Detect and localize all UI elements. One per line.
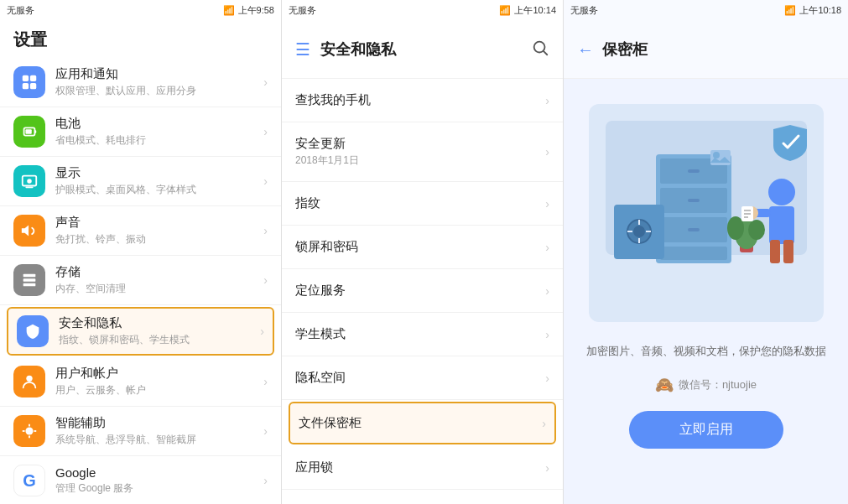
sec-item-find-phone[interactable]: 查找我的手机 › [282, 79, 563, 122]
security-sub: 指纹、锁屏和密码、学生模式 [59, 333, 260, 347]
sec-item-phone-shield[interactable]: 手机盾 › [282, 490, 563, 504]
svg-rect-6 [25, 129, 31, 134]
svg-point-13 [26, 376, 32, 382]
security-title: 安全和隐私 [59, 315, 260, 331]
google-icon: G [13, 465, 45, 496]
security-update-text: 安全更新 2018年1月1日 [295, 136, 545, 168]
settings-item-battery[interactable]: 电池 省电模式、耗电排行 › [0, 107, 281, 157]
svg-rect-10 [23, 274, 36, 278]
google-title: Google [55, 465, 263, 480]
svg-rect-5 [34, 130, 36, 133]
private-space-text: 隐私空间 [295, 370, 545, 386]
svg-rect-28 [688, 199, 700, 202]
back-icon[interactable]: ← [577, 40, 594, 60]
private-space-title: 隐私空间 [295, 370, 545, 386]
file-vault-text: 文件保密柜 [299, 415, 542, 431]
settings-item-storage[interactable]: 存储 内存、空间清理 › [0, 256, 281, 305]
sec-item-file-vault[interactable]: 文件保密柜 › [289, 402, 556, 444]
assist-title: 智能辅助 [55, 415, 263, 431]
settings-title-bar: 设置 [0, 21, 281, 58]
chevron-icon: › [263, 174, 268, 188]
svg-point-41 [727, 216, 744, 240]
student-mode-title: 学生模式 [295, 326, 545, 342]
sec-item-fingerprint[interactable]: 指纹 › [282, 182, 563, 226]
app-notify-sub: 权限管理、默认应用、应用分身 [55, 84, 263, 98]
svg-point-42 [748, 220, 765, 240]
status-bar-3: 无服务 📶 上午10:18 [564, 0, 848, 21]
settings-item-security[interactable]: 安全和隐私 指纹、锁屏和密码、学生模式 › [7, 307, 274, 356]
display-title: 显示 [55, 165, 263, 181]
vault-header: ← 保密柜 [564, 21, 848, 79]
app-notify-title: 应用和通知 [55, 66, 263, 82]
google-g-letter: G [23, 471, 36, 491]
find-phone-title: 查找我的手机 [295, 92, 545, 108]
svg-rect-11 [23, 278, 36, 282]
settings-item-app-notify[interactable]: 应用和通知 权限管理、默认应用、应用分身 › [0, 58, 281, 107]
sound-title: 声音 [55, 215, 263, 231]
chevron-icon: › [263, 474, 268, 487]
sec-item-private-space[interactable]: 隐私空间 › [282, 356, 563, 400]
time-1: 上午9:58 [238, 4, 274, 17]
storage-icon [13, 264, 45, 296]
settings-item-assist[interactable]: 智能辅助 系统导航、悬浮导航、智能截屏 › [0, 407, 281, 456]
security-update-title: 安全更新 [295, 136, 545, 152]
panel-vault: 无服务 📶 上午10:18 ← 保密柜 [564, 0, 848, 504]
location-title: 定位服务 [295, 283, 545, 299]
search-icon[interactable] [531, 39, 549, 61]
chevron-icon: › [263, 125, 268, 138]
watermark: 🙈 微信号：njtuojie [655, 376, 757, 394]
carrier-2: 无服务 [289, 4, 316, 17]
storage-sub: 内存、空间清理 [55, 282, 263, 296]
assist-icon [13, 415, 45, 447]
security-list: 查找我的手机 › 安全更新 2018年1月1日 › 指纹 › 锁屏和密码 › [282, 79, 563, 504]
svg-rect-46 [783, 240, 793, 263]
lock-screen-text: 锁屏和密码 [295, 239, 545, 255]
chevron-icon: › [545, 94, 549, 107]
settings-item-display[interactable]: 显示 护眼模式、桌面风格、字体样式 › [0, 157, 281, 206]
status-bar-2: 无服务 📶 上午10:14 [282, 0, 563, 21]
display-sub: 护眼模式、桌面风格、字体样式 [55, 183, 263, 197]
chevron-icon: › [263, 224, 268, 237]
sec-item-student-mode[interactable]: 学生模式 › [282, 313, 563, 356]
svg-point-54 [713, 152, 720, 158]
hamburger-icon[interactable]: ☰ [295, 39, 310, 60]
svg-rect-26 [688, 169, 700, 173]
google-sub: 管理 Google 服务 [55, 481, 263, 496]
settings-item-sound[interactable]: 声音 免打扰、铃声、振动 › [0, 206, 281, 256]
app-notify-text: 应用和通知 权限管理、默认应用、应用分身 [55, 66, 263, 98]
sec-item-security-update[interactable]: 安全更新 2018年1月1日 › [282, 122, 563, 182]
settings-item-google[interactable]: G Google 管理 Google 服务 › [0, 456, 281, 504]
status-icons-1: 📶 上午9:58 [223, 4, 274, 17]
user-sub: 用户、云服务、帐户 [55, 383, 263, 397]
fingerprint-title: 指纹 [295, 195, 545, 211]
chevron-icon: › [263, 424, 268, 438]
sound-icon [13, 215, 45, 247]
file-vault-title: 文件保密柜 [299, 415, 542, 431]
wechat-icon: 🙈 [655, 376, 674, 394]
assist-sub: 系统导航、悬浮导航、智能截屏 [55, 433, 263, 447]
user-icon [13, 366, 45, 397]
svg-point-9 [27, 179, 32, 184]
lock-screen-title: 锁屏和密码 [295, 239, 545, 255]
sec-item-location[interactable]: 定位服务 › [282, 269, 563, 313]
sec-item-app-lock[interactable]: 应用锁 › [282, 446, 563, 490]
panel-settings: 无服务 📶 上午9:58 设置 应用和通知 权限管理、默认应用、应用分身 › [0, 0, 282, 504]
svg-rect-2 [23, 83, 29, 89]
status-icons-3: 📶 上午10:18 [784, 4, 841, 17]
settings-item-user[interactable]: 用户和帐户 用户、云服务、帐户 › [0, 357, 281, 407]
security-header: ☰ 安全和隐私 [282, 21, 563, 79]
time-3: 上午10:18 [799, 4, 841, 17]
vault-page-title: 保密柜 [602, 39, 648, 60]
svg-rect-53 [710, 150, 731, 165]
chevron-icon: › [260, 325, 264, 338]
chevron-icon: › [545, 145, 549, 158]
app-lock-title: 应用锁 [295, 460, 545, 475]
student-mode-text: 学生模式 [295, 326, 545, 342]
settings-page-title: 设置 [13, 29, 47, 51]
vault-description: 加密图片、音频、视频和文档，保护您的隐私数据 [586, 344, 826, 359]
svg-rect-12 [23, 283, 36, 287]
enable-button[interactable]: 立即启用 [629, 411, 783, 449]
display-icon [13, 165, 45, 197]
chevron-icon: › [545, 284, 549, 298]
sec-item-lock-screen[interactable]: 锁屏和密码 › [282, 226, 563, 269]
